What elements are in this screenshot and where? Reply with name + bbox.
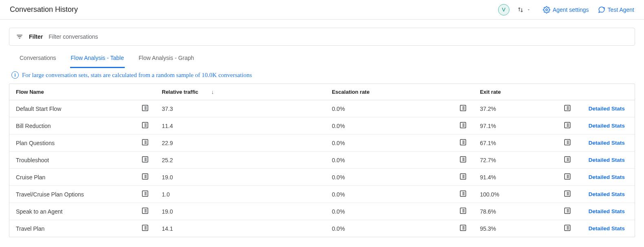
table-row: Cruise Plan 19.0 0.0% 91.4% Detailed Sta… — [9, 169, 635, 186]
list-icon[interactable] — [459, 207, 467, 214]
list-icon[interactable] — [564, 190, 571, 197]
table-row: Speak to an Agent 19.0 0.0% 78.6% Detail… — [9, 203, 635, 220]
info-icon: i — [11, 71, 19, 79]
list-icon[interactable] — [459, 121, 467, 129]
top-bar: Conversation History V Agent settings Te… — [0, 0, 644, 20]
page-title: Conversation History — [10, 5, 78, 14]
exit-rate-cell: 67.1% — [473, 135, 562, 152]
relative-traffic-cell: 19.0 — [155, 169, 325, 186]
detailed-stats-link[interactable]: Detailed Stats — [578, 117, 635, 135]
flow-name-cell: Troubleshoot — [9, 152, 140, 169]
escalation-cell: 0.0% — [325, 100, 458, 117]
chat-icon — [598, 6, 605, 13]
exit-rate-cell: 37.2% — [473, 100, 562, 117]
escalation-cell: 0.0% — [325, 220, 458, 237]
exit-rate-cell: 95.3% — [473, 220, 562, 237]
escalation-cell: 0.0% — [325, 186, 458, 203]
filter-label: Filter — [29, 33, 43, 40]
table-row: Troubleshoot 25.2 0.0% 72.7% Detailed St… — [9, 152, 635, 169]
tab-flow-analysis-table[interactable]: Flow Analysis - Table — [70, 49, 125, 68]
tabs: Conversations Flow Analysis - Table Flow… — [9, 49, 635, 68]
swap-vertical-icon — [517, 6, 524, 13]
detailed-stats-link[interactable]: Detailed Stats — [578, 169, 635, 186]
detailed-stats-link[interactable]: Detailed Stats — [578, 186, 635, 203]
gear-icon — [543, 6, 550, 13]
info-banner-text: For large conversation sets, stats are c… — [22, 72, 252, 79]
list-icon[interactable] — [459, 139, 467, 146]
list-icon[interactable] — [564, 224, 571, 232]
test-agent-label: Test Agent — [608, 7, 634, 13]
detailed-stats-link[interactable]: Detailed Stats — [578, 203, 635, 220]
sort-descending-icon: ↓ — [211, 89, 214, 95]
escalation-cell: 0.0% — [325, 169, 458, 186]
flow-name-cell: Travel Plan — [9, 220, 140, 237]
flow-name-cell: Speak to an Agent — [9, 203, 140, 220]
agent-settings-label: Agent settings — [553, 7, 589, 13]
escalation-cell: 0.0% — [325, 203, 458, 220]
list-icon[interactable] — [564, 139, 571, 146]
relative-traffic-cell: 22.9 — [155, 135, 325, 152]
tab-flow-analysis-graph[interactable]: Flow Analysis - Graph — [138, 49, 195, 68]
flow-name-cell: Travel/Cruise Plan Options — [9, 186, 140, 203]
avatar-initial: V — [502, 7, 506, 13]
exit-rate-cell: 100.0% — [473, 186, 562, 203]
list-icon[interactable] — [564, 121, 571, 129]
list-icon[interactable] — [141, 104, 149, 112]
escalation-cell: 0.0% — [325, 117, 458, 135]
list-icon[interactable] — [141, 156, 149, 163]
exit-rate-cell: 97.1% — [473, 117, 562, 135]
detailed-stats-link[interactable]: Detailed Stats — [578, 100, 635, 117]
list-icon[interactable] — [459, 104, 467, 112]
list-icon[interactable] — [141, 173, 149, 180]
list-icon[interactable] — [564, 156, 571, 163]
relative-traffic-cell: 14.1 — [155, 220, 325, 237]
list-icon[interactable] — [459, 224, 467, 232]
avatar[interactable]: V — [498, 4, 509, 15]
filter-placeholder: Filter conversations — [49, 33, 98, 40]
list-icon[interactable] — [141, 224, 149, 232]
flow-name-cell: Plan Questions — [9, 135, 140, 152]
list-icon[interactable] — [141, 207, 149, 214]
list-icon[interactable] — [141, 190, 149, 197]
list-icon[interactable] — [564, 173, 571, 180]
tab-conversations[interactable]: Conversations — [19, 49, 57, 68]
flow-name-cell: Cruise Plan — [9, 169, 140, 186]
relative-traffic-cell: 1.0 — [155, 186, 325, 203]
agent-settings-button[interactable]: Agent settings — [543, 6, 589, 13]
list-icon[interactable] — [564, 207, 571, 214]
exit-rate-cell: 72.7% — [473, 152, 562, 169]
list-icon[interactable] — [141, 121, 149, 129]
col-exit-rate[interactable]: Exit rate — [473, 84, 562, 100]
table-header-row: Flow Name Relative traffic ↓ Escalation … — [9, 84, 635, 100]
filter-icon — [16, 33, 23, 40]
list-icon[interactable] — [141, 139, 149, 146]
filter-panel: Filter Filter conversations — [9, 28, 635, 46]
col-flow-name[interactable]: Flow Name — [9, 84, 140, 100]
list-icon[interactable] — [459, 173, 467, 180]
exit-rate-cell: 91.4% — [473, 169, 562, 186]
list-icon[interactable] — [459, 156, 467, 163]
flow-table: Flow Name Relative traffic ↓ Escalation … — [9, 84, 635, 237]
escalation-cell: 0.0% — [325, 152, 458, 169]
table-row: Bill Reduction 11.4 0.0% 97.1% Detailed … — [9, 117, 635, 135]
table-row: Plan Questions 22.9 0.0% 67.1% Detailed … — [9, 135, 635, 152]
col-escalation-rate[interactable]: Escalation rate — [325, 84, 458, 100]
table-row: Travel/Cruise Plan Options 1.0 0.0% 100.… — [9, 186, 635, 203]
flow-name-cell: Default Start Flow — [9, 100, 140, 117]
sort-direction-dropdown[interactable] — [517, 6, 531, 13]
detailed-stats-link[interactable]: Detailed Stats — [578, 135, 635, 152]
flow-name-cell: Bill Reduction — [9, 117, 140, 135]
info-banner: i For large conversation sets, stats are… — [9, 68, 635, 84]
exit-rate-cell: 78.6% — [473, 203, 562, 220]
test-agent-button[interactable]: Test Agent — [598, 6, 634, 13]
filter-bar[interactable]: Filter Filter conversations — [9, 28, 635, 45]
detailed-stats-link[interactable]: Detailed Stats — [578, 220, 635, 237]
list-icon[interactable] — [564, 104, 571, 112]
detailed-stats-link[interactable]: Detailed Stats — [578, 152, 635, 169]
col-relative-traffic[interactable]: Relative traffic ↓ — [155, 84, 325, 100]
table-row: Travel Plan 14.1 0.0% 95.3% Detailed Sta… — [9, 220, 635, 237]
relative-traffic-cell: 37.3 — [155, 100, 325, 117]
list-icon[interactable] — [459, 190, 467, 197]
svg-point-0 — [546, 9, 548, 11]
relative-traffic-cell: 25.2 — [155, 152, 325, 169]
